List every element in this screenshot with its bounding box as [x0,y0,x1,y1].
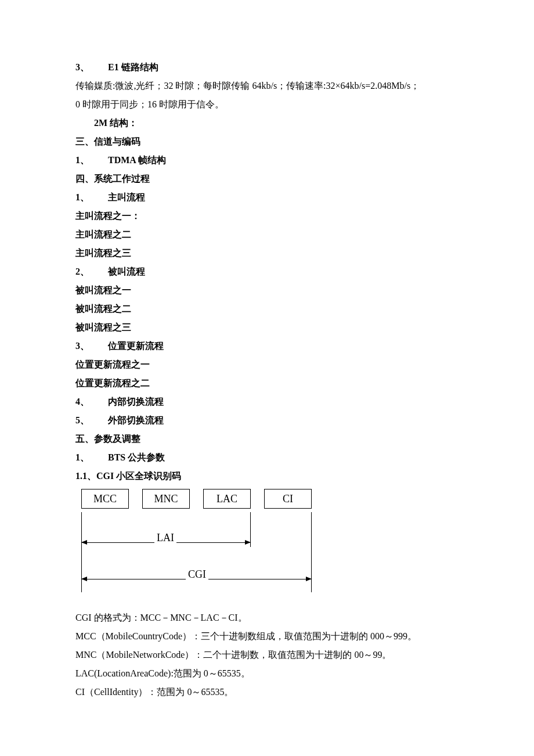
text-transmission-media: 传输媒质:微波,光纤；32 时隙；每时隙传输 64kb/s；传输速率:32×64… [75,77,459,95]
heading-internal-handover: 4、 内部切换流程 [75,393,459,411]
label-lai: LAI [154,527,176,548]
text-mcc-def: MCC（MobileCountryCode）：三个十进制数组成，取值范围为十进制… [75,627,459,646]
heading-location-update-flow: 3、 位置更新流程 [75,337,459,355]
arrow-cgi-left [81,577,87,581]
text-cgi-format: CGI 的格式为：MCC－MNC－LAC－CI。 [75,609,459,627]
box-lac: LAC [203,489,251,509]
box-ci: CI [264,489,312,509]
heading-params-tuning: 五、参数及调整 [75,430,459,448]
heading-bts-public-params: 1、 BTS 公共参数 [75,448,459,467]
text-ci-def: CI（CellIdentity）：范围为 0～65535。 [75,683,459,701]
arrow-lai-left [81,540,87,545]
text-callee-flow-1: 被叫流程之一 [75,281,459,300]
text-callee-flow-2: 被叫流程之二 [75,300,459,318]
text-mnc-def: MNC（MobileNetworkCode）：二个十进制数，取值范围为十进制的 … [75,646,459,664]
text-caller-flow-3: 主叫流程之三 [75,244,459,262]
heading-2m-structure: 2M 结构： [75,114,459,132]
heading-callee-flow: 2、 被叫流程 [75,262,459,281]
box-mcc: MCC [81,489,129,509]
heading-caller-flow: 1、 主叫流程 [75,188,459,207]
heading-tdma-frame: 1、 TDMA 帧结构 [75,151,459,170]
heading-channel-coding: 三、信道与编码 [75,132,459,151]
heading-system-process: 四、系统工作过程 [75,170,459,188]
document-page: 3、 E1 链路结构 传输媒质:微波,光纤；32 时隙；每时隙传输 64kb/s… [0,0,534,748]
tick-cgi-left [81,547,82,592]
label-cgi: CGI [186,564,208,585]
text-location-update-2: 位置更新流程之二 [75,374,459,393]
text-timeslot-usage: 0 时隙用于同步；16 时隙用于信令。 [75,95,459,114]
arrow-lai-right [245,540,251,545]
heading-cgi-global-id: 1.1、CGI 小区全球识别码 [75,467,459,485]
arrow-cgi-right [306,577,312,581]
text-lac-def: LAC(LocationAreaCode):范围为 0～65535。 [75,664,459,683]
text-callee-flow-3: 被叫流程之三 [75,318,459,337]
heading-e1-link-structure: 3、 E1 链路结构 [75,58,459,77]
text-caller-flow-2: 主叫流程之二 [75,225,459,244]
heading-external-handover: 5、 外部切换流程 [75,411,459,430]
text-location-update-1: 位置更新流程之一 [75,355,459,374]
text-caller-flow-1: 主叫流程之一： [75,207,459,225]
cgi-diagram: MCC MNC LAC CI LAI CGI [81,489,337,605]
box-mnc: MNC [142,489,190,509]
